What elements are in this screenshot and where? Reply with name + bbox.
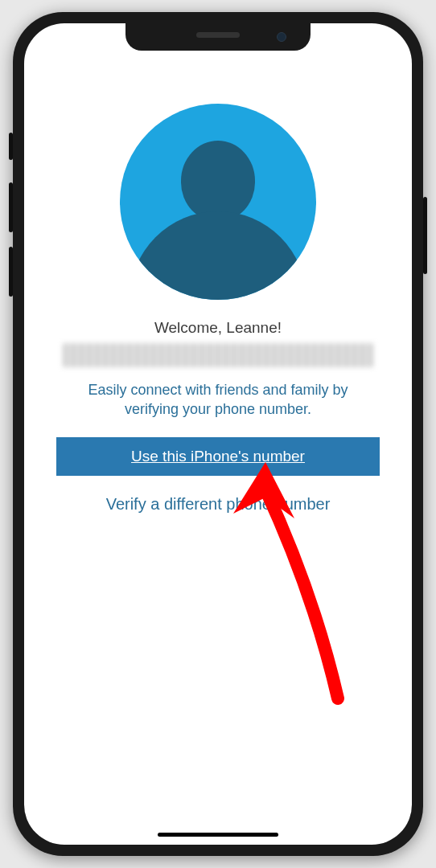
power-button <box>423 197 427 274</box>
notch <box>125 23 311 51</box>
screen: Welcome, Leanne! Easily connect with fri… <box>24 23 412 845</box>
welcome-title: Welcome, Leanne! <box>48 319 388 337</box>
use-this-number-button[interactable]: Use this iPhone's number <box>56 437 380 476</box>
mute-switch <box>9 133 13 160</box>
home-indicator[interactable] <box>158 833 278 837</box>
avatar-placeholder-icon <box>120 104 316 300</box>
verify-different-number-link[interactable]: Verify a different phone number <box>48 495 388 514</box>
description-text: Easily connect with friends and family b… <box>48 380 388 420</box>
phone-frame: Welcome, Leanne! Easily connect with fri… <box>13 12 423 856</box>
front-camera-icon <box>277 32 286 42</box>
volume-up-button <box>9 182 13 232</box>
redacted-email <box>63 343 373 367</box>
speaker-icon <box>196 32 240 38</box>
onboarding-content: Welcome, Leanne! Easily connect with fri… <box>24 23 412 845</box>
volume-down-button <box>9 247 13 297</box>
